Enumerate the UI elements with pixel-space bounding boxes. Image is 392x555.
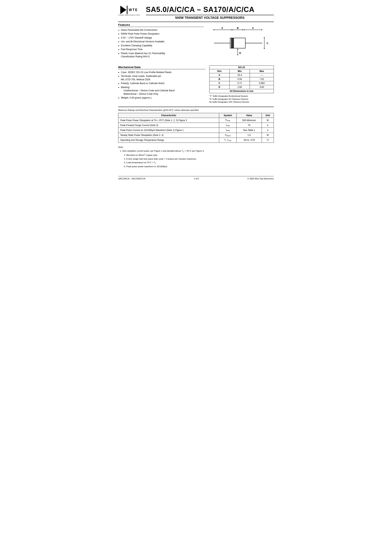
unit-1: W [262, 118, 274, 123]
logo-triangle-icon [120, 6, 126, 14]
max-d: 3.60 [250, 85, 274, 89]
svg-text:B: B [237, 27, 239, 29]
feature-item-5: Excellent Clamping Capability [118, 44, 203, 47]
dim-d: D [210, 85, 230, 89]
page-footer: SA5.0/A/CA – SA170/A/C/CA 1 of 5 © 2002 … [118, 176, 274, 180]
sym-3: IPPM [219, 128, 237, 133]
table-row: Operating and Storage Temperature Range … [118, 138, 274, 143]
notes-heading: Note: [118, 146, 123, 148]
val-2: 70 [237, 123, 262, 128]
char-1: Peak Pulse Power Dissipation at TA = 25°… [118, 118, 219, 123]
min-col-header: Min [229, 69, 250, 73]
dim-col-header: Dim [210, 69, 230, 73]
package-diagram-svg: A B A [213, 25, 270, 61]
svg-marker-18 [264, 48, 265, 49]
table-row: Steady State Power Dissipation (Note 2, … [118, 133, 274, 138]
max-b: 7.62 [250, 77, 274, 81]
feature-item-1: Glass Passivated Die Construction [118, 29, 203, 32]
title-area: SA5.0/A/C/CA – SA170/A/C/CA 500W TRANSIE… [146, 6, 274, 20]
table-row: B 5.50 7.62 [210, 77, 274, 81]
page-header: WTE POWER SEMICONDUCTORS SA5.0/A/C/CA – … [118, 6, 274, 20]
max-ratings-title: Maximum Ratings and Electrical Character… [118, 109, 162, 111]
note-1: 1. Non-repetitive current pulse, per Fig… [120, 149, 274, 153]
notes-section: Note: 1. Non-repetitive current pulse, p… [118, 145, 274, 168]
val-1: 500 Minimum [237, 118, 262, 123]
mech-item-3: Polarity: Cathode Band or Cathode Notch [118, 82, 205, 85]
val-5: -65 to +175 [237, 138, 262, 143]
dim-b: B [210, 77, 230, 81]
note-4: 4. Lead temperature at 75°C = TL [124, 161, 274, 165]
table-row: Peak Forward Surge Current (Note 3) IFSM… [118, 123, 274, 128]
logo-icon: WTE [120, 6, 138, 14]
min-a: 25.4 [229, 73, 250, 77]
max-ratings-condition: @TA=25°C unless otherwise specified [163, 109, 199, 111]
logo-vline-icon [127, 6, 128, 14]
do15-diagram: A B A [213, 25, 270, 62]
suffix-notes: "C" Suffix Designates Bi-directional Dev… [209, 95, 274, 104]
svg-rect-14 [231, 38, 234, 48]
features-list: Glass Passivated Die Construction 500W P… [118, 29, 203, 58]
features-left: Features Glass Passivated Die Constructi… [118, 23, 203, 62]
feature-item-3: 5.0V – 170V Standoff Voltage [118, 36, 203, 40]
svg-marker-10 [261, 29, 262, 30]
feature-item-7: Plastic Case Material has UL Flammabilit… [118, 52, 203, 58]
table-row: Peak Pulse Current on 10/1000μS Waveform… [118, 128, 274, 133]
mech-section: Mechanical Data Case: JEDEC DO-15 Low Pr… [118, 66, 274, 104]
main-title: SA5.0/A/C/CA – SA170/A/C/CA [146, 6, 274, 14]
min-b: 5.50 [229, 77, 250, 81]
mech-item-4: Marking: Unidirectional – Device Code an… [118, 86, 205, 96]
svg-marker-1 [213, 29, 214, 30]
features-section: Features Glass Passivated Die Constructi… [118, 23, 274, 62]
logo-sub: POWER SEMICONDUCTORS [118, 15, 140, 16]
svg-text:C: C [267, 42, 269, 45]
sym-1: PPPM [219, 118, 237, 123]
mech-heading: Mechanical Data [118, 66, 205, 69]
val-4: 1.0 [237, 133, 262, 138]
suffix-note-1: "C" Suffix Designates Bi-directional Dev… [209, 95, 274, 98]
svg-marker-9 [243, 29, 244, 30]
dim-c: C [210, 81, 230, 85]
char-2: Peak Forward Surge Current (Note 3) [118, 123, 219, 128]
mech-item-5: Weight: 0.40 grams (approx.) [118, 96, 205, 100]
max-col-header: Max [250, 69, 274, 73]
ratings-symbol-header: Symbol [219, 113, 237, 118]
features-right: A B A [209, 23, 274, 62]
footer-center: 1 of 5 [194, 177, 199, 180]
ratings-unit-header: Unit [262, 113, 274, 118]
table-row: Peak Pulse Power Dissipation at TA = 25°… [118, 118, 274, 123]
ratings-value-header: Value [237, 113, 262, 118]
svg-text:A: A [221, 27, 223, 29]
unit-2: A [262, 123, 274, 128]
dim-table-title: DO-15 [210, 66, 274, 69]
dim-table: DO-15 Dim Min Max A 25.4 — B 5.50 7.62 [209, 66, 274, 93]
sub-title: 500W TRANSIENT VOLTAGE SUPPRESSORS [146, 15, 274, 20]
mech-item-1: Case: JEDEC DO-15 Low Profile Molded Pla… [118, 71, 205, 74]
note-3: 3. 8.3ms single half sine-wave duty cycl… [124, 157, 274, 161]
svg-marker-17 [264, 37, 265, 38]
logo-area: WTE POWER SEMICONDUCTORS [118, 6, 140, 16]
min-d: 2.60 [229, 85, 250, 89]
table-row: C 0.71 0.864 [210, 81, 274, 85]
table-row-footer: All Dimensions in mm [210, 89, 274, 93]
feature-item-4: Uni- and Bi-Directional Versions Availab… [118, 40, 203, 44]
unit-4: W [262, 133, 274, 138]
max-ratings-heading: Maximum Ratings and Electrical Character… [118, 107, 274, 111]
val-3: See Table 1 [237, 128, 262, 133]
max-c: 0.864 [250, 81, 274, 85]
unit-5: °C [262, 138, 274, 143]
min-c: 0.71 [229, 81, 250, 85]
sym-2: IFSM [219, 123, 237, 128]
unit-3: A [262, 128, 274, 133]
svg-marker-2 [231, 29, 232, 30]
note-5: 5. Peak pulse power waveform is 10/1000μ… [124, 165, 274, 168]
svg-marker-6 [242, 29, 243, 30]
features-heading: Features [118, 23, 203, 27]
header-divider [118, 22, 274, 22]
mech-item-2: Terminals: Axial Leads, Solderable perMI… [118, 75, 205, 81]
ratings-table: Characteristic Symbol Value Unit Peak Pu… [118, 113, 274, 143]
feature-item-6: Fast Response Time [118, 48, 203, 51]
sym-4: PM(AV) [219, 133, 237, 138]
footer-right: © 2002 Won-Top Electronics [247, 177, 274, 180]
suffix-note-3: No Suffix Designates 10% Tolerance Devic… [209, 101, 274, 104]
dim-a: A [210, 73, 230, 77]
